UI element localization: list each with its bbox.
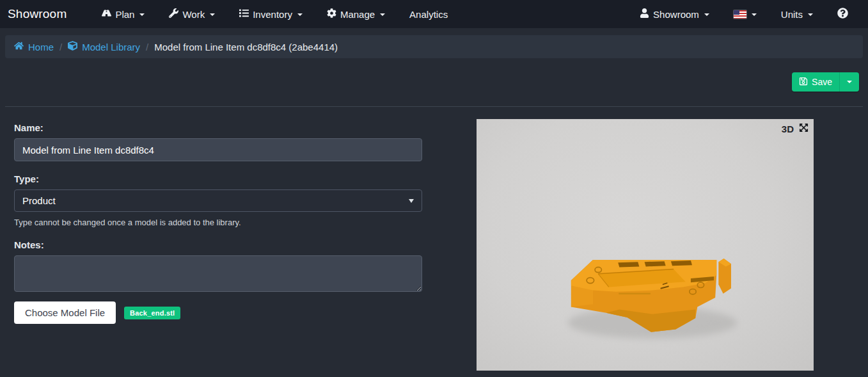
chevron-down-icon — [210, 13, 215, 16]
save-split-button: Save — [792, 72, 859, 92]
save-button[interactable]: Save — [792, 72, 839, 92]
type-select-value: Product — [22, 195, 56, 206]
main-menu: Plan Work Inventory Manage Analytics — [90, 0, 460, 28]
user-menu[interactable]: Showroom — [627, 0, 722, 28]
nav-item-analytics[interactable]: Analytics — [397, 0, 460, 28]
gear-icon — [327, 8, 336, 20]
nav-item-plan[interactable]: Plan — [90, 0, 157, 28]
model-form: Name: Type: Product Type cannot be chang… — [14, 119, 422, 324]
viewer-hud: 3D — [782, 122, 810, 136]
name-input[interactable] — [14, 138, 422, 161]
help-button[interactable] — [825, 0, 860, 28]
language-menu[interactable] — [722, 0, 769, 28]
top-navbar: Showroom Plan Work Inventory Manage — [0, 0, 868, 28]
save-button-label: Save — [812, 77, 832, 87]
nav-item-label: Plan — [115, 9, 134, 20]
page: Showroom Plan Work Inventory Manage — [0, 0, 868, 377]
notes-label: Notes: — [14, 239, 422, 250]
cube-icon — [68, 41, 77, 52]
user-icon — [640, 8, 649, 20]
file-name-badge: Back_end.stl — [124, 307, 180, 319]
viewer-mode-label: 3D — [782, 124, 794, 134]
chevron-down-icon — [847, 81, 852, 83]
breadcrumb-separator: / — [146, 42, 148, 52]
floppy-icon — [799, 77, 808, 88]
chevron-down-icon — [752, 13, 757, 16]
type-label: Type: — [14, 173, 422, 184]
chevron-down-icon — [380, 13, 385, 16]
select-caret-icon — [409, 199, 414, 203]
units-menu-label: Units — [781, 9, 803, 20]
breadcrumb-home-label: Home — [28, 42, 54, 52]
user-menu-label: Showroom — [653, 9, 699, 20]
chevron-down-icon — [139, 13, 145, 16]
units-menu[interactable]: Units — [769, 0, 825, 28]
type-select[interactable]: Product — [14, 189, 422, 212]
breadcrumb-library-link[interactable]: Model Library — [68, 41, 140, 52]
breadcrumb: Home / Model Library / Model from Line I… — [5, 35, 863, 58]
header-divider — [5, 106, 863, 107]
file-row: Choose Model File Back_end.stl — [14, 301, 422, 324]
expand-arrows-icon — [799, 123, 809, 134]
road-icon — [102, 8, 111, 20]
name-label: Name: — [14, 122, 422, 133]
save-dropdown-button[interactable] — [839, 72, 859, 92]
breadcrumb-current: Model from Line Item dc8df8c4 (2abe4414) — [154, 42, 338, 52]
nav-item-label: Work — [182, 9, 205, 20]
nav-item-label: Manage — [340, 9, 375, 20]
chevron-down-icon — [297, 13, 303, 16]
type-help-text: Type cannot be changed once a model is a… — [14, 218, 422, 227]
nav-item-label: Inventory — [253, 9, 292, 20]
nav-item-manage[interactable]: Manage — [315, 0, 397, 28]
navbar-right: Showroom Units — [627, 0, 860, 28]
question-circle-icon — [837, 8, 848, 20]
breadcrumb-separator: / — [59, 42, 62, 52]
notes-textarea[interactable] — [14, 255, 422, 292]
brand-logo[interactable]: Showroom — [8, 7, 67, 21]
chevron-down-icon — [704, 13, 709, 16]
wrench-icon — [169, 8, 178, 20]
nav-item-work[interactable]: Work — [157, 0, 227, 28]
home-icon — [14, 41, 24, 52]
nav-item-inventory[interactable]: Inventory — [227, 0, 315, 28]
us-flag-icon — [734, 10, 746, 19]
chevron-down-icon — [808, 13, 813, 16]
fullscreen-button[interactable] — [798, 122, 810, 136]
list-icon — [239, 8, 249, 20]
model-3d-render — [553, 247, 752, 349]
breadcrumb-home-link[interactable]: Home — [14, 41, 54, 52]
choose-model-file-button[interactable]: Choose Model File — [14, 301, 116, 324]
model-3d-viewer[interactable]: 3D — [477, 119, 814, 371]
nav-item-label: Analytics — [409, 9, 448, 20]
breadcrumb-library-label: Model Library — [82, 42, 140, 52]
